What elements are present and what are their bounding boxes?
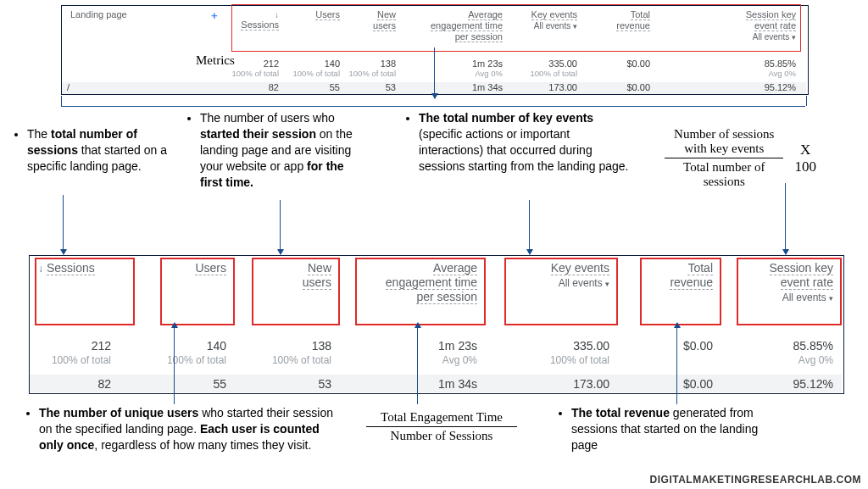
keyevents-total-sub: 100% of total <box>526 69 577 78</box>
skrate-total: 85.85% <box>737 58 796 69</box>
arrow-keyevents <box>529 200 530 254</box>
chevron-down-icon[interactable]: ▾ <box>605 280 609 288</box>
bs-skrate: Avg 0% <box>765 354 833 366</box>
sessions-definition: The total number of sessions that starte… <box>15 126 171 175</box>
landing-page-header: Landing page <box>65 9 223 19</box>
totalrev-row: $0.00 <box>604 82 650 92</box>
totalrev-total: $0.00 <box>604 58 650 69</box>
users-header[interactable]: Users <box>306 9 340 20</box>
bs-sessions: 100% of total <box>38 354 111 366</box>
bracket-sides <box>61 96 807 106</box>
sessions-header[interactable]: ↓ Sessions <box>238 9 279 31</box>
metrics-label: Metrics <box>196 53 235 68</box>
br-avgeng: 1m 34s <box>384 377 477 391</box>
add-dimension-icon[interactable]: + <box>211 9 218 22</box>
newusers-total: 138 <box>359 58 396 69</box>
arrow-revenue-up <box>676 323 677 404</box>
users-total-sub: 100% of total <box>289 69 340 78</box>
new-users-header[interactable]: Newusers <box>359 9 396 31</box>
avgeng-row: 1m 34s <box>435 82 503 92</box>
chevron-down-icon[interactable]: ▾ <box>829 294 833 303</box>
top-analytics-table: Landing page + ↓ Sessions Users Newusers… <box>61 5 809 95</box>
bs-avgeng: Avg 0% <box>409 354 477 366</box>
bv-avgeng: 1m 23s <box>384 339 477 353</box>
arrow-metrics-bracket <box>434 47 435 98</box>
sessions-total: 212 <box>242 58 279 69</box>
br-totalrev: $0.00 <box>643 377 713 391</box>
revenue-definition: The total revenue generated from session… <box>559 405 780 453</box>
keyevents-row: 173.00 <box>526 82 577 92</box>
users-total: 140 <box>306 58 340 69</box>
bracket-bottom <box>61 106 805 107</box>
bs-newusers: 100% of total <box>247 354 331 366</box>
key-events-header[interactable]: Key eventsAll events ▾ <box>525 9 577 31</box>
br-skrate: 95.12% <box>757 377 833 391</box>
newusers-total-sub: 100% of total <box>345 69 396 78</box>
bh-users[interactable]: Users <box>164 261 226 275</box>
arrow-newusers <box>280 200 281 254</box>
chevron-down-icon[interactable]: ▾ <box>573 22 577 31</box>
skrate-row: 95.12% <box>737 82 796 92</box>
bv-keyevents: 335.00 <box>533 339 609 353</box>
rate-formula: Number of sessions with key events Total… <box>665 127 822 189</box>
engagement-formula: Total Engagement Time Number of Sessions <box>366 410 517 443</box>
skrate-total-sub: Avg 0% <box>745 69 796 78</box>
newusers-definition: The number of users who started their se… <box>188 110 366 190</box>
bh-keyevents[interactable]: Key eventsAll events ▾ <box>508 261 609 289</box>
landing-page-slash: / <box>67 82 70 92</box>
br-keyevents: 173.00 <box>533 377 609 391</box>
bs-users: 100% of total <box>150 354 226 366</box>
total-revenue-header[interactable]: Totalrevenue <box>604 9 650 31</box>
bh-avgeng[interactable]: Averageengagement timeper session <box>359 261 477 304</box>
arrow-sessions <box>63 195 64 254</box>
bv-totalrev: $0.00 <box>643 339 713 353</box>
bottom-analytics-table: ↓ Sessions Users Newusers Averageengagem… <box>29 255 844 394</box>
arrow-rate <box>785 183 786 254</box>
avgeng-total: 1m 23s <box>435 58 503 69</box>
br-sessions: 82 <box>52 377 111 391</box>
users-row: 55 <box>306 82 340 92</box>
bh-skrate[interactable]: Session keyevent rateAll events ▾ <box>740 261 833 303</box>
bs-keyevents: 100% of total <box>525 354 609 366</box>
avgeng-total-sub: Avg 0% <box>452 69 503 78</box>
session-key-event-rate-header[interactable]: Session keyevent rateAll events ▾ <box>687 9 796 42</box>
bh-newusers[interactable]: Newusers <box>255 261 331 290</box>
newusers-row: 53 <box>359 82 396 92</box>
bv-sessions: 212 <box>52 339 111 353</box>
arrow-avgeng-up <box>417 323 418 404</box>
br-newusers: 53 <box>255 377 331 391</box>
avg-engagement-header[interactable]: Averageengagement timeper session <box>418 9 503 42</box>
bh-totalrev[interactable]: Totalrevenue <box>643 261 713 290</box>
sessions-row: 82 <box>242 82 279 92</box>
bv-skrate: 85.85% <box>757 339 833 353</box>
arrow-users-up <box>174 323 175 404</box>
sessions-total-sub: 100% of total <box>228 69 279 78</box>
bv-newusers: 138 <box>255 339 331 353</box>
watermark: DIGITALMAKETINGRESEARCHLAB.COM <box>650 474 861 486</box>
keyevents-definition: The total number of key events (specific… <box>407 110 634 175</box>
keyevents-total: 335.00 <box>526 58 577 69</box>
bh-sessions[interactable]: ↓ Sessions <box>38 261 126 275</box>
users-definition: The number of unique users who started t… <box>27 405 341 453</box>
chevron-down-icon[interactable]: ▾ <box>792 33 796 42</box>
